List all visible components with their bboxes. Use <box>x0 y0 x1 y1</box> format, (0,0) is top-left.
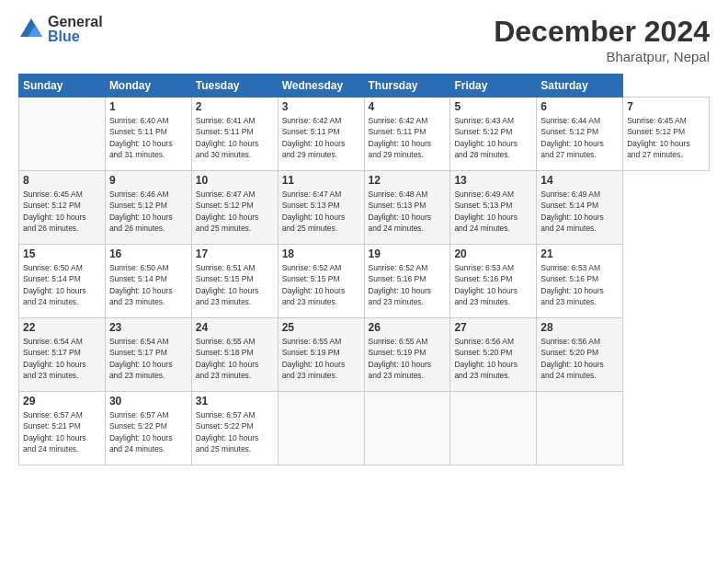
day-info: Sunrise: 6:57 AMSunset: 5:22 PMDaylight:… <box>196 410 259 454</box>
day-info: Sunrise: 6:50 AMSunset: 5:14 PMDaylight:… <box>23 263 86 306</box>
table-row: 12 Sunrise: 6:48 AMSunset: 5:13 PMDaylig… <box>364 171 450 245</box>
location-subtitle: Bharatpur, Nepal <box>494 49 710 64</box>
header: General Blue December 2024 Bharatpur, Ne… <box>18 15 710 64</box>
day-number: 6 <box>540 100 619 113</box>
day-info: Sunrise: 6:54 AMSunset: 5:17 PMDaylight:… <box>109 337 173 380</box>
calendar-week-4: 22 Sunrise: 6:54 AMSunset: 5:17 PMDaylig… <box>19 318 710 392</box>
day-info: Sunrise: 6:42 AMSunset: 5:11 PMDaylight:… <box>282 116 346 159</box>
table-row: 4 Sunrise: 6:42 AMSunset: 5:11 PMDayligh… <box>364 98 450 171</box>
day-number: 4 <box>369 100 447 113</box>
table-row: 24 Sunrise: 6:55 AMSunset: 5:18 PMDaylig… <box>191 318 278 392</box>
table-row: 5 Sunrise: 6:43 AMSunset: 5:12 PMDayligh… <box>450 98 537 171</box>
table-row: 30 Sunrise: 6:57 AMSunset: 5:22 PMDaylig… <box>105 392 191 465</box>
day-info: Sunrise: 6:49 AMSunset: 5:13 PMDaylight:… <box>454 190 518 233</box>
table-row <box>537 392 623 465</box>
day-number: 16 <box>109 247 188 260</box>
day-info: Sunrise: 6:52 AMSunset: 5:15 PMDaylight:… <box>282 263 346 306</box>
table-row: 13 Sunrise: 6:49 AMSunset: 5:13 PMDaylig… <box>450 171 537 245</box>
day-info: Sunrise: 6:55 AMSunset: 5:19 PMDaylight:… <box>369 337 432 380</box>
day-number: 18 <box>282 247 360 260</box>
table-row: 11 Sunrise: 6:47 AMSunset: 5:13 PMDaylig… <box>278 171 364 245</box>
table-row: 18 Sunrise: 6:52 AMSunset: 5:15 PMDaylig… <box>278 245 364 318</box>
day-number: 10 <box>196 174 274 187</box>
day-number: 11 <box>282 174 360 187</box>
day-number: 2 <box>196 100 274 113</box>
day-number: 21 <box>540 247 619 260</box>
table-row: 28 Sunrise: 6:56 AMSunset: 5:20 PMDaylig… <box>537 318 623 392</box>
day-info: Sunrise: 6:45 AMSunset: 5:12 PMDaylight:… <box>627 116 690 159</box>
header-friday: Friday <box>450 75 537 98</box>
day-number: 29 <box>23 395 101 408</box>
header-monday: Monday <box>105 75 191 98</box>
table-row: 17 Sunrise: 6:51 AMSunset: 5:15 PMDaylig… <box>191 245 278 318</box>
day-info: Sunrise: 6:47 AMSunset: 5:13 PMDaylight:… <box>282 190 346 233</box>
day-info: Sunrise: 6:56 AMSunset: 5:20 PMDaylight:… <box>454 337 518 380</box>
day-number: 30 <box>109 395 188 408</box>
table-row: 14 Sunrise: 6:49 AMSunset: 5:14 PMDaylig… <box>537 171 623 245</box>
day-number: 14 <box>540 174 619 187</box>
calendar-week-3: 15 Sunrise: 6:50 AMSunset: 5:14 PMDaylig… <box>19 245 710 318</box>
day-number: 26 <box>369 321 447 334</box>
table-row: 23 Sunrise: 6:54 AMSunset: 5:17 PMDaylig… <box>105 318 191 392</box>
header-wednesday: Wednesday <box>278 75 364 98</box>
header-tuesday: Tuesday <box>191 75 278 98</box>
table-row: 3 Sunrise: 6:42 AMSunset: 5:11 PMDayligh… <box>278 98 364 171</box>
table-row: 9 Sunrise: 6:46 AMSunset: 5:12 PMDayligh… <box>105 171 191 245</box>
day-number: 17 <box>196 247 274 260</box>
table-row: 31 Sunrise: 6:57 AMSunset: 5:22 PMDaylig… <box>191 392 278 465</box>
table-row: 6 Sunrise: 6:44 AMSunset: 5:12 PMDayligh… <box>537 98 623 171</box>
page: General Blue December 2024 Bharatpur, Ne… <box>0 0 728 563</box>
day-number: 13 <box>454 174 532 187</box>
day-info: Sunrise: 6:49 AMSunset: 5:14 PMDaylight:… <box>540 190 604 233</box>
day-number: 3 <box>282 100 360 113</box>
table-row: 25 Sunrise: 6:55 AMSunset: 5:19 PMDaylig… <box>278 318 364 392</box>
day-info: Sunrise: 6:53 AMSunset: 5:16 PMDaylight:… <box>540 263 604 306</box>
day-info: Sunrise: 6:55 AMSunset: 5:18 PMDaylight:… <box>196 337 259 380</box>
calendar-week-1: 1 Sunrise: 6:40 AMSunset: 5:11 PMDayligh… <box>19 98 710 171</box>
table-row: 1 Sunrise: 6:40 AMSunset: 5:11 PMDayligh… <box>105 98 191 171</box>
logo: General Blue <box>18 15 103 44</box>
calendar-week-5: 29 Sunrise: 6:57 AMSunset: 5:21 PMDaylig… <box>19 392 710 465</box>
header-thursday: Thursday <box>364 75 450 98</box>
day-info: Sunrise: 6:47 AMSunset: 5:12 PMDaylight:… <box>196 190 259 233</box>
day-info: Sunrise: 6:55 AMSunset: 5:19 PMDaylight:… <box>282 337 346 380</box>
day-number: 15 <box>23 247 101 260</box>
day-number: 24 <box>196 321 274 334</box>
day-number: 12 <box>369 174 447 187</box>
table-row: 22 Sunrise: 6:54 AMSunset: 5:17 PMDaylig… <box>19 318 106 392</box>
logo-general-text: General <box>48 15 103 29</box>
table-row: 10 Sunrise: 6:47 AMSunset: 5:12 PMDaylig… <box>191 171 278 245</box>
day-info: Sunrise: 6:54 AMSunset: 5:17 PMDaylight:… <box>23 337 86 380</box>
table-row <box>278 392 364 465</box>
day-info: Sunrise: 6:57 AMSunset: 5:21 PMDaylight:… <box>23 410 86 454</box>
calendar-header-row: Sunday Monday Tuesday Wednesday Thursday… <box>19 75 710 98</box>
day-info: Sunrise: 6:43 AMSunset: 5:12 PMDaylight:… <box>454 116 518 159</box>
day-number: 5 <box>454 100 532 113</box>
day-info: Sunrise: 6:57 AMSunset: 5:22 PMDaylight:… <box>109 410 173 454</box>
table-row <box>19 98 106 171</box>
table-row: 21 Sunrise: 6:53 AMSunset: 5:16 PMDaylig… <box>537 245 623 318</box>
calendar-week-2: 8 Sunrise: 6:45 AMSunset: 5:12 PMDayligh… <box>19 171 710 245</box>
day-info: Sunrise: 6:41 AMSunset: 5:11 PMDaylight:… <box>196 116 259 159</box>
day-info: Sunrise: 6:50 AMSunset: 5:14 PMDaylight:… <box>109 263 173 306</box>
day-info: Sunrise: 6:44 AMSunset: 5:12 PMDaylight:… <box>540 116 604 159</box>
header-saturday: Saturday <box>537 75 623 98</box>
day-number: 8 <box>23 174 101 187</box>
table-row: 19 Sunrise: 6:52 AMSunset: 5:16 PMDaylig… <box>364 245 450 318</box>
table-row: 26 Sunrise: 6:55 AMSunset: 5:19 PMDaylig… <box>364 318 450 392</box>
title-block: December 2024 Bharatpur, Nepal <box>494 15 710 64</box>
table-row: 20 Sunrise: 6:53 AMSunset: 5:16 PMDaylig… <box>450 245 537 318</box>
day-info: Sunrise: 6:48 AMSunset: 5:13 PMDaylight:… <box>369 190 432 233</box>
day-number: 19 <box>369 247 447 260</box>
table-row: 16 Sunrise: 6:50 AMSunset: 5:14 PMDaylig… <box>105 245 191 318</box>
day-number: 7 <box>627 100 705 113</box>
day-number: 9 <box>109 174 188 187</box>
header-sunday: Sunday <box>19 75 106 98</box>
day-info: Sunrise: 6:46 AMSunset: 5:12 PMDaylight:… <box>109 190 173 233</box>
day-info: Sunrise: 6:56 AMSunset: 5:20 PMDaylight:… <box>540 337 604 380</box>
day-info: Sunrise: 6:53 AMSunset: 5:16 PMDaylight:… <box>454 263 518 306</box>
table-row <box>364 392 450 465</box>
day-number: 27 <box>454 321 532 334</box>
table-row: 15 Sunrise: 6:50 AMSunset: 5:14 PMDaylig… <box>19 245 106 318</box>
calendar-table: Sunday Monday Tuesday Wednesday Thursday… <box>18 74 710 465</box>
